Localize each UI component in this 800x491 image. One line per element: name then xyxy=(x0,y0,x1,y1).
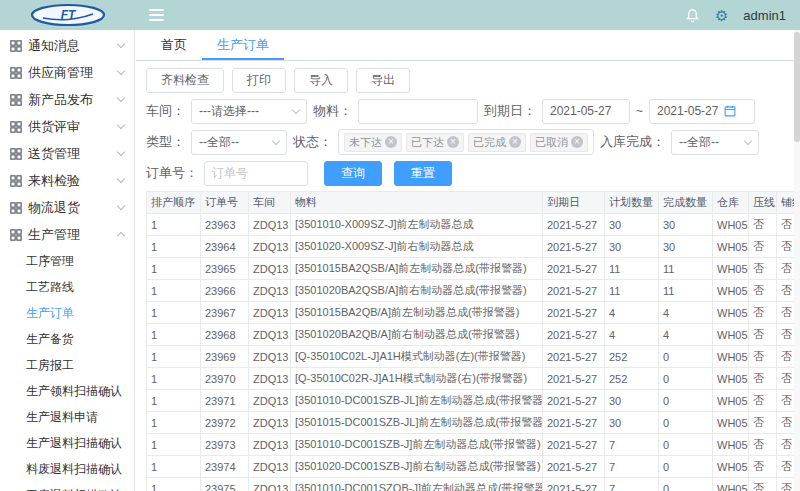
cell-planned-qty: 30 xyxy=(605,412,659,434)
sidebar-item[interactable]: 物流退货 xyxy=(0,194,134,221)
cell-planned-qty: 4 xyxy=(605,302,659,324)
toolbar-button[interactable]: 导出 xyxy=(356,68,410,93)
table-row[interactable]: 1 23965 ZDQ13 [3501015BA2QSB/A]前左制动器总成(带… xyxy=(147,258,800,280)
cell-material: [3501010-X009SZ-J]前左制动器总成 xyxy=(291,214,543,236)
column-header[interactable]: 仓库 xyxy=(713,192,749,214)
cell-warehouse: WH05 xyxy=(713,280,749,302)
scrollbar-thumb[interactable] xyxy=(794,32,800,142)
table-row[interactable]: 1 23968 ZDQ13 [3501020BA2QB/A]前右制动器总成(带报… xyxy=(147,324,800,346)
due-end-value: 2021-05-27 xyxy=(657,104,718,118)
sidebar-item[interactable]: 生产备货 xyxy=(0,326,134,352)
sidebar-item-label: 工废退料扫描确认 xyxy=(26,487,122,491)
table-row[interactable]: 1 23972 ZDQ13 [3501015-DC001SZB-JL]前左制动器… xyxy=(147,412,800,434)
sidebar-item[interactable]: 新产品发布 xyxy=(0,86,134,113)
order-no-input[interactable] xyxy=(204,161,308,186)
column-header[interactable]: 计划数量 xyxy=(605,192,659,214)
sidebar-item[interactable]: 生产领料扫描确认 xyxy=(0,378,134,404)
tab[interactable]: 首页 xyxy=(146,30,202,60)
table-row[interactable]: 1 23963 ZDQ13 [3501010-X009SZ-J]前左制动器总成 … xyxy=(147,214,800,236)
table-row[interactable]: 1 23970 ZDQ13 [Q-35010C02R-J]A1H模式制动器(右)… xyxy=(147,368,800,390)
sidebar-item-label: 料废退料扫描确认 xyxy=(26,461,122,478)
status-label: 状态： xyxy=(293,133,332,151)
cell-due-date: 2021-5-27 xyxy=(543,214,605,236)
due-start-input[interactable]: 2021-05-27 xyxy=(542,99,630,124)
column-header[interactable]: 压线 xyxy=(749,192,777,214)
tab-bar: 首页 生产订单 xyxy=(136,30,800,61)
table-row[interactable]: 1 23971 ZDQ13 [3501010-DC001SZB-JL]前左制动器… xyxy=(147,390,800,412)
vertical-scrollbar[interactable] xyxy=(794,30,800,491)
sidebar-item-label: 生产退料申请 xyxy=(26,409,98,426)
cell-completed-qty: 0 xyxy=(659,412,713,434)
table-row[interactable]: 1 23967 ZDQ13 [3501015BA2QB/A]前左制动器总成(带报… xyxy=(147,302,800,324)
sidebar-item[interactable]: 来料检验 xyxy=(0,167,134,194)
sidebar-item[interactable]: 供应商管理 xyxy=(0,59,134,86)
cell-order-no: 23973 xyxy=(201,434,249,456)
toolbar-button[interactable]: 齐料检查 xyxy=(146,68,224,93)
close-icon[interactable] xyxy=(571,136,583,148)
toolbar-button[interactable]: 打印 xyxy=(232,68,286,93)
type-select[interactable]: --全部-- xyxy=(191,130,287,155)
status-tag[interactable]: 已取消 xyxy=(530,133,588,152)
toolbar-button[interactable]: 导入 xyxy=(294,68,348,93)
bell-icon[interactable] xyxy=(685,8,700,23)
sidebar-item[interactable]: 供货评审 xyxy=(0,113,134,140)
gear-icon[interactable]: ⚙ xyxy=(715,8,728,23)
sidebar-item[interactable]: 生产订单 xyxy=(0,300,134,326)
sidebar-item[interactable]: 料废退料扫描确认 xyxy=(0,456,134,482)
cell-order-no: 23972 xyxy=(201,412,249,434)
column-header[interactable]: 物料 xyxy=(291,192,543,214)
sidebar-item[interactable]: 送货管理 xyxy=(0,140,134,167)
status-tag[interactable]: 已下达 xyxy=(406,133,464,152)
table-row[interactable]: 1 23975 ZDQ13 [3501010-DC001SZQB-J]前左制动器… xyxy=(147,478,800,491)
sidebar-item[interactable]: 工房报工 xyxy=(0,352,134,378)
cell-sequence: 1 xyxy=(147,258,201,280)
sidebar-item[interactable]: 工序管理 xyxy=(0,248,134,274)
sidebar-item[interactable]: 通知消息 xyxy=(0,32,134,59)
sidebar-toggle-icon[interactable] xyxy=(149,9,164,21)
table-row[interactable]: 1 23964 ZDQ13 [3501020-X009SZ-J]前右制动器总成 … xyxy=(147,236,800,258)
calendar-icon[interactable] xyxy=(724,105,736,117)
grid-menu-icon xyxy=(10,202,22,214)
column-header[interactable]: 排产顺序 xyxy=(147,192,201,214)
reset-button[interactable]: 重置 xyxy=(394,161,452,186)
tab[interactable]: 生产订单 xyxy=(202,30,284,60)
column-header[interactable]: 订单号 xyxy=(201,192,249,214)
material-input[interactable] xyxy=(358,99,478,124)
cell-workshop: ZDQ13 xyxy=(249,214,291,236)
chevron-icon xyxy=(117,67,125,75)
sidebar-item[interactable]: 工废退料扫描确认 xyxy=(0,482,134,491)
chevron-icon xyxy=(117,121,125,129)
table-row[interactable]: 1 23966 ZDQ13 [3501020BA2QSB/A]前右制动器总成(带… xyxy=(147,280,800,302)
inbound-select[interactable]: --全部-- xyxy=(671,130,759,155)
cell-completed-qty: 0 xyxy=(659,346,713,368)
column-header[interactable]: 车间 xyxy=(249,192,291,214)
status-tag[interactable]: 未下达 xyxy=(344,133,402,152)
sidebar-item[interactable]: 生产退料扫描确认 xyxy=(0,430,134,456)
cell-sequence: 1 xyxy=(147,456,201,478)
status-tag[interactable]: 已完成 xyxy=(468,133,526,152)
cell-press-line: 否 xyxy=(749,412,777,434)
due-end-input[interactable]: 2021-05-27 xyxy=(649,99,755,124)
status-tag-label: 已下达 xyxy=(411,135,444,150)
sidebar-item[interactable]: 工艺路线 xyxy=(0,274,134,300)
status-multiselect[interactable]: 未下达 已下达 已完成 已取消 xyxy=(338,129,594,155)
grid-menu-icon xyxy=(10,67,22,79)
close-icon[interactable] xyxy=(447,136,459,148)
table-row[interactable]: 1 23973 ZDQ13 [3501010-DC001SZB-J]前左制动器总… xyxy=(147,434,800,456)
sidebar-item[interactable]: 生产管理 xyxy=(0,221,134,248)
username-label[interactable]: admin1 xyxy=(743,8,786,23)
table-row[interactable]: 1 23974 ZDQ13 [3501020-DC001SZB-J]前右制动器总… xyxy=(147,456,800,478)
close-icon[interactable] xyxy=(385,136,397,148)
cell-completed-qty: 11 xyxy=(659,258,713,280)
sidebar-item[interactable]: 生产退料申请 xyxy=(0,404,134,430)
cell-warehouse: WH05 xyxy=(713,478,749,491)
column-header[interactable]: 完成数量 xyxy=(659,192,713,214)
query-button[interactable]: 查询 xyxy=(324,161,382,186)
top-header: FT ⚙ admin1 xyxy=(0,0,800,30)
close-icon[interactable] xyxy=(509,136,521,148)
table-row[interactable]: 1 23969 ZDQ13 [Q-35010C02L-J]A1H模式制动器(左)… xyxy=(147,346,800,368)
workshop-select[interactable]: ---请选择--- xyxy=(191,99,307,124)
sidebar-item-label: 供应商管理 xyxy=(28,64,93,82)
cell-material: [3501010-DC001SZB-JL]前左制动器总成(带报警器)(老气室) xyxy=(291,390,543,412)
column-header[interactable]: 到期日 xyxy=(543,192,605,214)
